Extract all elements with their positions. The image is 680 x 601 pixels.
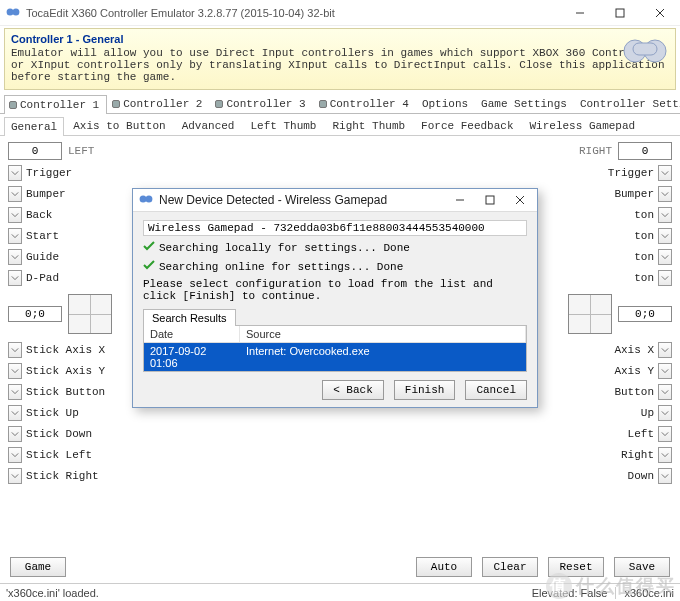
dropdown-icon[interactable] (8, 270, 22, 286)
right-stick-right: Right (621, 449, 654, 461)
right-stick-up: Up (641, 407, 654, 419)
left-guide-label: Guide (26, 251, 138, 263)
search-local-line: Searching locally for settings... Done (143, 240, 527, 255)
app-icon (6, 5, 26, 21)
right-trigger-label: Trigger (608, 167, 654, 179)
dropdown-icon[interactable] (658, 426, 672, 442)
dropdown-icon[interactable] (8, 186, 22, 202)
dialog-icon (139, 192, 159, 208)
dropdown-icon[interactable] (658, 363, 672, 379)
dropdown-icon[interactable] (8, 405, 22, 421)
left-label: LEFT (68, 145, 94, 157)
dialog-maximize-button[interactable] (475, 189, 505, 211)
left-stick-axis-x: Stick Axis X (26, 344, 138, 356)
dropdown-icon[interactable] (8, 207, 22, 223)
left-stick-down: Stick Down (26, 428, 138, 440)
auto-button[interactable]: Auto (416, 557, 472, 577)
new-device-dialog: New Device Detected - Wireless Gamepad W… (132, 188, 538, 408)
maximize-button[interactable] (600, 0, 640, 26)
right-trigger-value: 0 (618, 142, 672, 160)
subtab-axis-to-button[interactable]: Axis to Button (66, 116, 172, 135)
right-b-label: ton (634, 251, 654, 263)
dropdown-icon[interactable] (658, 342, 672, 358)
status-elevated: Elevated: False (532, 587, 608, 599)
dropdown-icon[interactable] (8, 447, 22, 463)
svg-rect-3 (616, 9, 624, 17)
dropdown-icon[interactable] (658, 384, 672, 400)
right-bumper-label: Bumper (614, 188, 654, 200)
right-x-label: ton (634, 230, 654, 242)
right-stick-preview (568, 294, 612, 334)
left-stick-up: Stick Up (26, 407, 138, 419)
tab-controller-3[interactable]: Controller 3 (210, 94, 313, 113)
tab-game-settings[interactable]: Game Settings (476, 94, 575, 113)
right-label: RIGHT (579, 145, 612, 157)
dialog-titlebar: New Device Detected - Wireless Gamepad (133, 189, 537, 212)
dropdown-icon[interactable] (658, 468, 672, 484)
dropdown-icon[interactable] (8, 249, 22, 265)
dropdown-icon[interactable] (658, 228, 672, 244)
result-row[interactable]: 2017-09-02 01:06 Internet: Overcooked.ex… (144, 343, 526, 371)
clear-button[interactable]: Clear (482, 557, 538, 577)
right-a-label: ton (634, 272, 654, 284)
dialog-title: New Device Detected - Wireless Gamepad (159, 193, 445, 207)
left-trigger-label: Trigger (26, 167, 138, 179)
subtab-advanced[interactable]: Advanced (175, 116, 242, 135)
dropdown-icon[interactable] (8, 363, 22, 379)
close-button[interactable] (640, 0, 680, 26)
tab-controller-1[interactable]: Controller 1 (4, 95, 107, 114)
minimize-button[interactable] (560, 0, 600, 26)
tab-controller-settings[interactable]: Controller Settings (575, 94, 680, 113)
gamepad-icon (623, 35, 667, 67)
dropdown-icon[interactable] (8, 342, 22, 358)
subtab-general[interactable]: General (4, 117, 64, 136)
cell-source: Internet: Overcooked.exe (240, 343, 526, 371)
col-date[interactable]: Date (144, 326, 240, 342)
save-button[interactable]: Save (614, 557, 670, 577)
finish-button[interactable]: Finish (394, 380, 456, 400)
sub-tabs: General Axis to Button Advanced Left Thu… (0, 114, 680, 136)
dropdown-icon[interactable] (658, 249, 672, 265)
subtab-right-thumb[interactable]: Right Thumb (325, 116, 412, 135)
cancel-button[interactable]: Cancel (465, 380, 527, 400)
dropdown-icon[interactable] (8, 384, 22, 400)
left-bumper-label: Bumper (26, 188, 138, 200)
main-tabs: Controller 1 Controller 2 Controller 3 C… (0, 94, 680, 114)
tab-controller-2[interactable]: Controller 2 (107, 94, 210, 113)
col-source[interactable]: Source (240, 326, 526, 342)
subtab-left-thumb[interactable]: Left Thumb (243, 116, 323, 135)
dropdown-icon[interactable] (8, 468, 22, 484)
search-online-line: Searching online for settings... Done (143, 259, 527, 274)
left-stick-button: Stick Button (26, 386, 138, 398)
instruction-line: Please select configuration to load from… (143, 278, 527, 302)
grid-header: Date Source (144, 326, 526, 343)
status-left: 'x360ce.ini' loaded. (6, 587, 99, 599)
left-stick-preview (68, 294, 112, 334)
dropdown-icon[interactable] (658, 207, 672, 223)
right-stick-left: Left (628, 428, 654, 440)
dropdown-icon[interactable] (8, 426, 22, 442)
info-heading: Controller 1 - General (11, 33, 669, 45)
dropdown-icon[interactable] (8, 228, 22, 244)
status-ini: x360ce.ini (624, 587, 674, 599)
dropdown-icon[interactable] (658, 186, 672, 202)
subtab-wireless-gamepad[interactable]: Wireless Gamepad (523, 116, 643, 135)
reset-button[interactable]: Reset (548, 557, 604, 577)
tab-controller-4[interactable]: Controller 4 (314, 94, 417, 113)
dropdown-icon[interactable] (658, 447, 672, 463)
dropdown-icon[interactable] (658, 270, 672, 286)
check-icon (143, 240, 155, 255)
status-bar: 'x360ce.ini' loaded. Elevated: False x36… (0, 583, 680, 601)
subtab-force-feedback[interactable]: Force Feedback (414, 116, 520, 135)
dialog-close-button[interactable] (505, 189, 535, 211)
left-stick-right: Stick Right (26, 470, 138, 482)
back-button[interactable]: < Back (322, 380, 384, 400)
dropdown-icon[interactable] (8, 165, 22, 181)
dropdown-icon[interactable] (658, 165, 672, 181)
game-button[interactable]: Game (10, 557, 66, 577)
tab-options[interactable]: Options (417, 94, 476, 113)
results-tab[interactable]: Search Results (143, 309, 236, 326)
dropdown-icon[interactable] (658, 405, 672, 421)
dialog-minimize-button[interactable] (445, 189, 475, 211)
right-stick-axis-y: Axis Y (614, 365, 654, 377)
